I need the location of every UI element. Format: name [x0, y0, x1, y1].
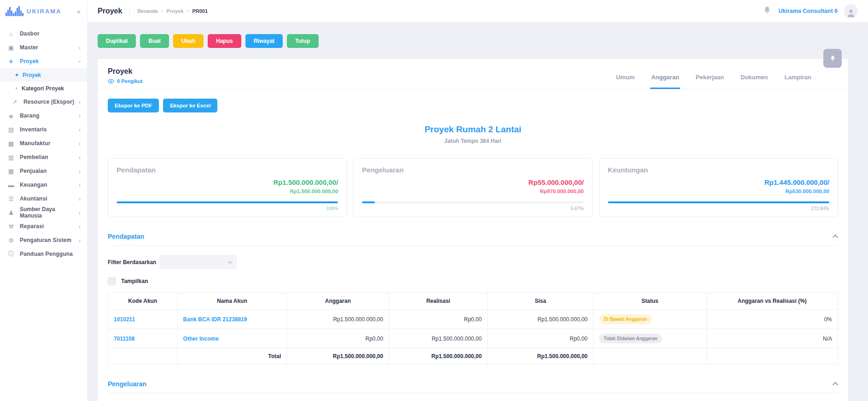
project-due: Jatuh Tempo 364 Hari	[98, 138, 848, 144]
user-name[interactable]: Ukirama Consultant 6	[778, 8, 838, 14]
inventory-icon: ▤	[7, 126, 15, 133]
sidebar-item-sumber-daya-manusia[interactable]: ♟ Sumber Daya Manusia ›	[0, 206, 87, 219]
export-buttons: Ekspor ke PDF Ekspor ke Excel	[108, 99, 848, 112]
collapse-chevron-icon[interactable]	[833, 234, 839, 240]
export-excel-button[interactable]: Ekspor ke Excel	[163, 99, 217, 112]
sidebar-subitem-kategori-proyek[interactable]: Kategori Proyek	[0, 82, 87, 95]
section-title: Pengeluaran	[108, 380, 146, 388]
tampilkan-checkbox[interactable]	[108, 277, 116, 285]
card-value: Rp1.445.000.000,00/	[608, 178, 829, 186]
collapse-chevron-icon[interactable]	[833, 382, 839, 388]
section-title: Pendapatan	[108, 233, 144, 240]
buat-button[interactable]: Buat	[140, 34, 169, 48]
tab-umum[interactable]: Umum	[615, 67, 635, 89]
main-content: Duplikat Buat Ubah Hapus Riwayat Tutup P…	[87, 0, 868, 401]
wrench-icon: ⚒	[7, 223, 15, 230]
status-badge: Tidak Didalam Anggaran	[599, 334, 662, 343]
card-value: Rp1.500.000.000,00/	[117, 178, 338, 186]
record-actions: Duplikat Buat Ubah Hapus Riwayat Tutup	[98, 34, 868, 48]
breadcrumb-separator: •	[187, 9, 188, 13]
sidebar-item-inventaris[interactable]: ▤ Inventaris ›	[0, 123, 87, 136]
chevron-right-icon: ›	[79, 99, 81, 106]
filter-select[interactable]	[159, 255, 237, 269]
ubah-button[interactable]: Ubah	[173, 34, 204, 48]
follow-bell-button[interactable]	[823, 49, 842, 68]
breadcrumb-beranda[interactable]: Beranda	[137, 8, 157, 14]
calculator-icon: ☰	[7, 195, 15, 202]
status-badge: Di Bawah Anggaran	[599, 314, 652, 324]
project-panel: Proyek 0 Pengikut Umum Anggaran Pekerjaa…	[98, 59, 848, 401]
notification-bell-icon[interactable]	[763, 6, 772, 17]
sidebar-item-penjualan[interactable]: ▦ Penjualan ›	[0, 164, 87, 178]
sidebar-item-akuntansi[interactable]: ☰ Akuntansi ›	[0, 192, 87, 206]
hapus-button[interactable]: Hapus	[208, 34, 241, 48]
briefcase-icon: ▣	[7, 44, 15, 51]
sidebar-collapse-icon[interactable]: «	[77, 7, 81, 15]
progress-bar	[362, 201, 583, 203]
section-pendapatan: Pendapatan Filter Berdasarkan Tampilkan …	[108, 233, 838, 365]
chevron-right-icon: ›	[79, 237, 81, 244]
account-name-link[interactable]: Other Income	[177, 329, 287, 348]
sidebar-item-pengaturan-sistem[interactable]: ⚙ Pengaturan Sistem ›	[0, 233, 87, 247]
breadcrumb-proyek[interactable]: Proyek	[167, 8, 184, 14]
tab-dokumen[interactable]: Dokumen	[740, 67, 769, 89]
panel-tabs: Umum Anggaran Pekerjaan Dokumen Lampiran	[615, 67, 838, 89]
sidebar-item-barang[interactable]: ◈ Barang ›	[0, 109, 87, 123]
followers[interactable]: 0 Pengikut	[108, 78, 143, 84]
chevron-down-icon	[228, 259, 233, 264]
gear-icon: ⚙	[7, 237, 15, 244]
duplikat-button[interactable]: Duplikat	[98, 34, 136, 48]
export-pdf-button[interactable]: Ekspor ke PDF	[108, 99, 159, 112]
card-subvalue: Rp970.000.000,00	[362, 189, 583, 194]
tab-lampiran[interactable]: Lampiran	[783, 67, 812, 89]
filter-label: Filter Berdasarkan	[108, 259, 159, 265]
sidebar-item-dasbor[interactable]: ⌂ Dasbor	[0, 27, 87, 41]
tab-anggaran[interactable]: Anggaran	[650, 67, 680, 89]
progress-bar	[117, 201, 338, 203]
progress-bar	[608, 201, 829, 203]
chevron-right-icon: ›	[79, 44, 81, 51]
table-total-row: Total Rp1.500.000.000,00 Rp1.500.000.000…	[108, 348, 838, 365]
card-percent: 5.67%	[362, 206, 583, 211]
sidebar-item-pembelian[interactable]: ▥ Pembelian ›	[0, 150, 87, 164]
panel-header: Proyek 0 Pengikut Umum Anggaran Pekerjaa…	[98, 59, 848, 89]
sidebar-item-keuangan[interactable]: ▬ Keuangan ›	[0, 178, 87, 192]
sidebar-item-manufaktur[interactable]: ▩ Manufaktur ›	[0, 136, 87, 150]
topbar: Proyek Beranda • Proyek • PR001 Ukirama …	[87, 0, 868, 22]
info-icon: ⓘ	[7, 250, 15, 258]
sidebar-subitem-proyek[interactable]: Proyek	[0, 68, 87, 82]
chevron-right-icon: ›	[79, 168, 81, 175]
sidebar-item-proyek[interactable]: ✈ Proyek ›	[0, 54, 87, 68]
card-subvalue: Rp530.000.000,00	[608, 189, 829, 194]
chevron-right-icon: ›	[79, 195, 81, 202]
sidebar-item-panduan-pengguna[interactable]: ⓘ Panduan Pengguna	[0, 247, 87, 261]
tutup-button[interactable]: Tutup	[287, 34, 318, 48]
card-percent: 272.64%	[608, 206, 829, 211]
brand-name: UKIRAMA	[27, 8, 77, 15]
sidebar-item-reparasi[interactable]: ⚒ Reparasi ›	[0, 219, 87, 233]
project-title: Proyek Rumah 2 Lantai	[98, 124, 848, 135]
bullet-icon	[16, 74, 18, 76]
riwayat-button[interactable]: Riwayat	[245, 34, 283, 48]
sales-icon: ▦	[7, 168, 15, 175]
breadcrumb: Beranda • Proyek • PR001	[137, 8, 208, 14]
avatar[interactable]	[844, 4, 858, 18]
box-icon: ◈	[7, 112, 15, 119]
chevron-right-icon: ›	[79, 126, 81, 133]
credit-card-icon: ▬	[7, 182, 15, 189]
account-code-link[interactable]: 1010211	[108, 310, 178, 329]
rocket-icon: ✈	[7, 58, 15, 65]
card-value: Rp55.000.000,00/	[362, 178, 583, 186]
sidebar-item-resource-ekspor[interactable]: ↗ Resource (Ekspor) ›	[0, 95, 87, 109]
sidebar-item-master[interactable]: ▣ Master ›	[0, 41, 87, 54]
divider	[129, 6, 130, 16]
chevron-right-icon: ›	[79, 223, 81, 230]
chevron-right-icon: ›	[79, 209, 81, 216]
chevron-right-icon: ›	[79, 154, 81, 161]
account-code-link[interactable]: 7011108	[108, 329, 178, 348]
card-keuntungan: Keuntungan Rp1.445.000.000,00/ Rp530.000…	[599, 158, 838, 217]
home-icon: ⌂	[7, 30, 15, 37]
account-name-link[interactable]: Bank BCA IDR 21238819	[177, 310, 287, 329]
tab-pekerjaan[interactable]: Pekerjaan	[695, 67, 725, 89]
chevron-right-icon: ›	[79, 182, 81, 189]
